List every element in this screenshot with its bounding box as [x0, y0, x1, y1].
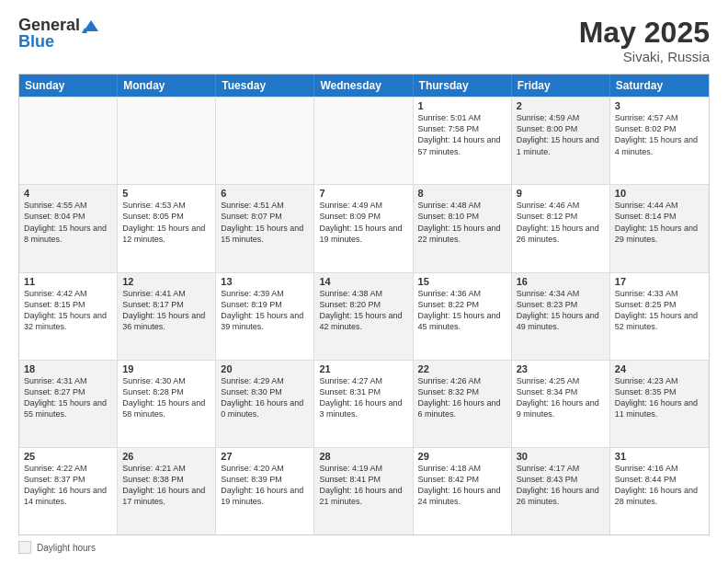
sunset-text: Sunset: 8:30 PM [221, 386, 309, 397]
daylight-text: Daylight: 16 hours and 14 minutes. [24, 485, 112, 507]
sunrise-text: Sunrise: 4:25 AM [517, 375, 605, 386]
sunset-text: Sunset: 8:04 PM [24, 211, 112, 222]
sunrise-text: Sunrise: 4:16 AM [615, 463, 704, 474]
calendar-cell: 8Sunrise: 4:48 AMSunset: 8:10 PMDaylight… [414, 185, 512, 271]
calendar-cell: 18Sunrise: 4:31 AMSunset: 8:27 PMDayligh… [19, 361, 118, 447]
sunset-text: Sunset: 8:10 PM [418, 211, 506, 222]
sunrise-text: Sunrise: 4:46 AM [517, 200, 605, 211]
sunrise-text: Sunrise: 4:29 AM [221, 375, 309, 386]
sunrise-text: Sunrise: 4:51 AM [221, 200, 309, 211]
day-number: 27 [221, 451, 309, 462]
calendar-cell [216, 98, 314, 184]
calendar-cell: 28Sunrise: 4:19 AMSunset: 8:41 PMDayligh… [314, 448, 413, 534]
day-number: 19 [122, 363, 210, 374]
sunset-text: Sunset: 8:00 PM [517, 123, 605, 134]
calendar-cell: 27Sunrise: 4:20 AMSunset: 8:39 PMDayligh… [216, 448, 314, 534]
title-block: May 2025 Sivaki, Russia [579, 17, 710, 64]
sunrise-text: Sunrise: 4:27 AM [319, 375, 407, 386]
sunset-text: Sunset: 8:44 PM [615, 474, 704, 485]
sunrise-text: Sunrise: 4:49 AM [319, 200, 407, 211]
calendar-cell: 30Sunrise: 4:17 AMSunset: 8:43 PMDayligh… [512, 448, 610, 534]
header: General Blue May 2025 Sivaki, Russia [18, 17, 710, 64]
daylight-text: Daylight: 15 hours and 29 minutes. [615, 223, 704, 245]
day-number: 26 [122, 451, 210, 462]
daylight-text: Daylight: 15 hours and 22 minutes. [418, 223, 506, 245]
calendar-cell: 17Sunrise: 4:33 AMSunset: 8:25 PMDayligh… [610, 273, 709, 360]
day-number: 13 [221, 276, 309, 287]
daylight-text: Daylight: 15 hours and 19 minutes. [319, 223, 407, 245]
calendar-cell: 22Sunrise: 4:26 AMSunset: 8:32 PMDayligh… [414, 361, 512, 447]
sunset-text: Sunset: 8:02 PM [615, 123, 704, 134]
calendar-cell: 31Sunrise: 4:16 AMSunset: 8:44 PMDayligh… [610, 448, 709, 534]
sunset-text: Sunset: 8:38 PM [122, 474, 210, 485]
day-number: 23 [517, 363, 605, 374]
day-number: 21 [319, 363, 407, 374]
sunrise-text: Sunrise: 4:38 AM [319, 288, 407, 299]
day-number: 12 [122, 276, 210, 287]
daylight-text: Daylight: 16 hours and 17 minutes. [122, 485, 210, 507]
sunrise-text: Sunrise: 4:33 AM [615, 288, 704, 299]
day-number: 1 [418, 100, 506, 111]
day-number: 30 [517, 451, 605, 462]
day-number: 11 [24, 276, 112, 287]
sunset-text: Sunset: 8:31 PM [319, 386, 407, 397]
calendar-cell: 9Sunrise: 4:46 AMSunset: 8:12 PMDaylight… [512, 185, 610, 271]
daylight-text: Daylight: 15 hours and 36 minutes. [122, 310, 210, 332]
day-number: 14 [319, 276, 407, 287]
sunrise-text: Sunrise: 4:42 AM [24, 288, 112, 299]
sunset-text: Sunset: 8:15 PM [24, 299, 112, 310]
sunrise-text: Sunrise: 4:26 AM [418, 375, 506, 386]
calendar-cell: 26Sunrise: 4:21 AMSunset: 8:38 PMDayligh… [118, 448, 216, 534]
calendar-cell [314, 98, 413, 184]
calendar-cell: 10Sunrise: 4:44 AMSunset: 8:14 PMDayligh… [610, 185, 709, 271]
day-number: 24 [615, 363, 704, 374]
daylight-text: Daylight: 16 hours and 11 minutes. [615, 397, 704, 419]
calendar-cell: 21Sunrise: 4:27 AMSunset: 8:31 PMDayligh… [314, 361, 413, 447]
sunset-text: Sunset: 8:20 PM [319, 299, 407, 310]
calendar-row: 11Sunrise: 4:42 AMSunset: 8:15 PMDayligh… [19, 272, 709, 360]
sunrise-text: Sunrise: 4:22 AM [24, 463, 112, 474]
sunrise-text: Sunrise: 4:57 AM [615, 112, 704, 123]
sunrise-text: Sunrise: 4:59 AM [517, 112, 605, 123]
day-number: 3 [615, 100, 704, 111]
day-number: 18 [24, 363, 112, 374]
calendar-cell: 5Sunrise: 4:53 AMSunset: 8:05 PMDaylight… [118, 185, 216, 271]
calendar-body: 1Sunrise: 5:01 AMSunset: 7:58 PMDaylight… [19, 97, 709, 534]
calendar-cell: 13Sunrise: 4:39 AMSunset: 8:19 PMDayligh… [216, 273, 314, 360]
sunset-text: Sunset: 8:12 PM [517, 211, 605, 222]
calendar-cell: 25Sunrise: 4:22 AMSunset: 8:37 PMDayligh… [19, 448, 118, 534]
sunset-text: Sunset: 8:41 PM [319, 474, 407, 485]
sunset-text: Sunset: 8:05 PM [122, 211, 210, 222]
sunrise-text: Sunrise: 4:18 AM [418, 463, 506, 474]
calendar-cell: 19Sunrise: 4:30 AMSunset: 8:28 PMDayligh… [118, 361, 216, 447]
day-number: 31 [615, 451, 704, 462]
day-number: 7 [319, 188, 407, 199]
sunset-text: Sunset: 8:43 PM [517, 474, 605, 485]
sunrise-text: Sunrise: 4:53 AM [122, 200, 210, 211]
calendar-header-cell: Sunday [19, 75, 118, 97]
sunset-text: Sunset: 8:39 PM [221, 474, 309, 485]
day-number: 15 [418, 276, 506, 287]
calendar-cell: 11Sunrise: 4:42 AMSunset: 8:15 PMDayligh… [19, 273, 118, 360]
daylight-text: Daylight: 15 hours and 8 minutes. [24, 223, 112, 245]
sunset-text: Sunset: 8:25 PM [615, 299, 704, 310]
sunset-text: Sunset: 8:28 PM [122, 386, 210, 397]
daylight-text: Daylight: 15 hours and 45 minutes. [418, 310, 506, 332]
sunset-text: Sunset: 8:32 PM [418, 386, 506, 397]
calendar-cell: 14Sunrise: 4:38 AMSunset: 8:20 PMDayligh… [314, 273, 413, 360]
sunrise-text: Sunrise: 4:20 AM [221, 463, 309, 474]
day-number: 2 [517, 100, 605, 111]
daylight-text: Daylight: 14 hours and 57 minutes. [418, 134, 506, 156]
calendar-header-row: SundayMondayTuesdayWednesdayThursdayFrid… [19, 75, 709, 97]
daylight-text: Daylight: 15 hours and 55 minutes. [24, 397, 112, 419]
sunrise-text: Sunrise: 4:21 AM [122, 463, 210, 474]
calendar-cell: 3Sunrise: 4:57 AMSunset: 8:02 PMDaylight… [610, 98, 709, 184]
logo-blue-text: Blue [18, 33, 98, 52]
sunrise-text: Sunrise: 5:01 AM [418, 112, 506, 123]
sunrise-text: Sunrise: 4:55 AM [24, 200, 112, 211]
sunset-text: Sunset: 8:14 PM [615, 211, 704, 222]
calendar-cell: 4Sunrise: 4:55 AMSunset: 8:04 PMDaylight… [19, 185, 118, 271]
day-number: 28 [319, 451, 407, 462]
daylight-text: Daylight: 16 hours and 9 minutes. [517, 397, 605, 419]
calendar-cell: 12Sunrise: 4:41 AMSunset: 8:17 PMDayligh… [118, 273, 216, 360]
